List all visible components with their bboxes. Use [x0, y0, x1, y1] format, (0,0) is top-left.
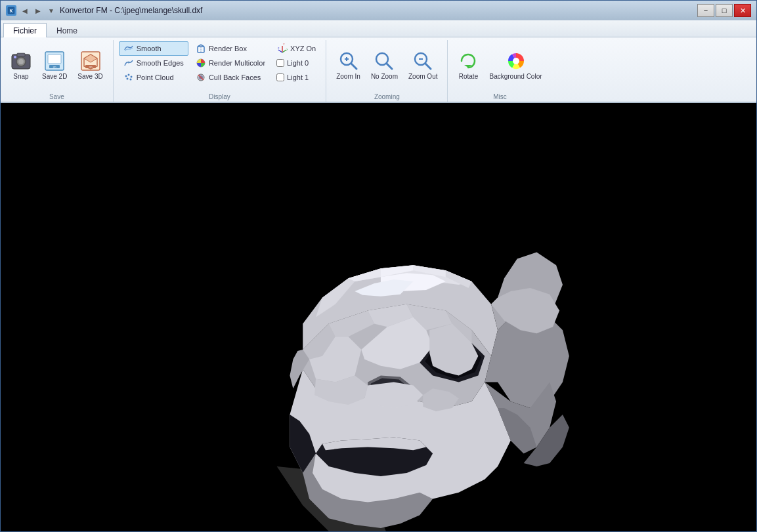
- svg-text:2D: 2D: [53, 66, 56, 69]
- smooth-button[interactable]: Smooth: [119, 41, 188, 56]
- no-zoom-button[interactable]: No Zoom: [366, 41, 402, 89]
- smooth-label: Smooth: [137, 45, 162, 52]
- zoom-out-label: Zoom Out: [408, 73, 437, 80]
- cull-back-faces-icon: [196, 72, 206, 83]
- title-scroll-right: ▶: [33, 6, 43, 15]
- save3d-button[interactable]: 3D Save 3D: [73, 41, 107, 89]
- zoom-in-label: Zoom In: [336, 73, 360, 80]
- save-group-label: Save: [1, 93, 113, 100]
- save2d-icon: 2D: [44, 51, 65, 72]
- smooth-icon: [123, 43, 134, 54]
- svg-text:K: K: [9, 9, 12, 13]
- maximize-button[interactable]: □: [716, 4, 733, 17]
- render-box-button[interactable]: Render Box: [191, 41, 270, 56]
- rotate-button[interactable]: Rotate: [453, 41, 483, 89]
- viewport[interactable]: [1, 103, 756, 531]
- xyz-on-label: XYZ On: [290, 45, 316, 52]
- svg-point-19: [130, 76, 132, 78]
- display-col-left: Smooth Smooth Edges: [119, 41, 188, 85]
- minimize-button[interactable]: −: [697, 4, 714, 17]
- cull-back-faces-label: Cull Back Faces: [209, 73, 261, 81]
- svg-line-30: [278, 50, 282, 52]
- display-col-right: Y X Z XYZ On Light 0 Light 1: [272, 41, 320, 85]
- point-cloud-label: Point Cloud: [137, 73, 174, 81]
- title-scroll-down: ▼: [47, 6, 56, 15]
- main-window: K ◀ ▶ ▼ Konvertor FM - C:\jpeg\melange\s…: [0, 0, 757, 532]
- render-multicolor-label: Render Multicolor: [209, 59, 265, 67]
- menu-tab-home[interactable]: Home: [47, 23, 87, 37]
- close-button[interactable]: ✕: [734, 4, 751, 17]
- light0-checkbox[interactable]: [276, 59, 284, 67]
- snap-icon: [11, 51, 32, 72]
- render-multicolor-button[interactable]: Render Multicolor: [191, 56, 270, 70]
- title-bar: K ◀ ▶ ▼ Konvertor FM - C:\jpeg\melange\s…: [1, 1, 756, 20]
- title-scroll-left: ◀: [20, 6, 30, 15]
- svg-rect-5: [17, 53, 25, 56]
- zoom-in-icon: [338, 51, 359, 72]
- menu-tab-fichier[interactable]: Fichier: [3, 23, 47, 37]
- app-icon: K: [6, 5, 16, 16]
- point-cloud-button[interactable]: Point Cloud: [119, 70, 188, 85]
- svg-rect-8: [48, 54, 61, 64]
- svg-line-42: [425, 64, 431, 69]
- background-color-label: Background Color: [489, 73, 542, 80]
- snap-button[interactable]: Snap: [6, 41, 36, 89]
- background-color-button[interactable]: Background Color: [485, 41, 546, 89]
- svg-point-17: [125, 75, 127, 77]
- svg-point-18: [127, 74, 129, 76]
- zoom-out-button[interactable]: Zoom Out: [404, 41, 442, 89]
- svg-point-16: [127, 62, 129, 64]
- ribbon-group-save: Snap 2D Save 2D: [1, 40, 114, 102]
- misc-buttons: Rotate: [453, 41, 546, 90]
- snap-label: Snap: [13, 73, 28, 80]
- render-multicolor-icon: [196, 58, 206, 68]
- render-box-label: Render Box: [209, 45, 247, 52]
- display-group-label: Display: [114, 93, 326, 100]
- svg-point-4: [18, 59, 24, 64]
- save2d-button[interactable]: 2D Save 2D: [37, 41, 72, 89]
- xyz-on-button[interactable]: Y X Z XYZ On: [272, 41, 320, 56]
- menu-bar: Fichier Home: [1, 20, 756, 37]
- svg-point-6: [14, 56, 16, 58]
- window-title: Konvertor FM - C:\jpeg\melange\skull.dxf: [60, 6, 202, 15]
- svg-text:Z: Z: [278, 47, 280, 50]
- title-controls: − □ ✕: [697, 4, 751, 17]
- background-color-icon: [506, 51, 527, 72]
- display-col-mid: Render Box Render Multico: [191, 41, 270, 85]
- cull-back-faces-button[interactable]: Cull Back Faces: [191, 70, 270, 85]
- menu-tab-home-label: Home: [56, 26, 77, 35]
- rotate-label: Rotate: [459, 73, 478, 80]
- no-zoom-label: No Zoom: [371, 73, 398, 80]
- zoom-out-icon: [412, 51, 433, 72]
- smooth-edges-button[interactable]: Smooth Edges: [119, 56, 188, 70]
- menu-tab-fichier-label: Fichier: [13, 26, 37, 35]
- light0-row: Light 0: [272, 56, 320, 70]
- save2d-label: Save 2D: [42, 73, 67, 80]
- title-bar-left: K ◀ ▶ ▼ Konvertor FM - C:\jpeg\melange\s…: [6, 5, 202, 16]
- svg-line-37: [351, 64, 357, 69]
- svg-point-20: [126, 78, 128, 80]
- no-zoom-icon: [374, 51, 395, 72]
- skull-viewport-svg: [1, 103, 756, 531]
- rotate-icon: [458, 51, 479, 72]
- svg-line-39: [387, 64, 392, 69]
- point-cloud-icon: [123, 72, 134, 83]
- zoom-in-button[interactable]: Zoom In: [332, 41, 365, 89]
- svg-point-44: [513, 58, 519, 64]
- svg-text:X: X: [286, 48, 288, 51]
- ribbon-group-zooming: Zoom In No Zoom: [326, 40, 448, 102]
- svg-point-21: [129, 79, 131, 81]
- save-buttons: Snap 2D Save 2D: [6, 41, 108, 90]
- light0-label: Light 0: [287, 59, 309, 67]
- light1-checkbox[interactable]: [276, 73, 284, 81]
- svg-text:Y: Y: [283, 43, 285, 46]
- ribbon: Snap 2D Save 2D: [1, 37, 756, 103]
- ribbon-group-display: Smooth Smooth Edges: [114, 40, 326, 102]
- xyz-on-icon: Y X Z: [277, 43, 288, 54]
- ribbon-group-misc: Rotate: [448, 40, 552, 102]
- render-box-icon: [196, 43, 206, 54]
- save3d-label: Save 3D: [77, 73, 102, 80]
- light1-label: Light 1: [287, 73, 309, 81]
- zoom-buttons: Zoom In No Zoom: [332, 41, 442, 90]
- svg-text:3D: 3D: [89, 66, 92, 69]
